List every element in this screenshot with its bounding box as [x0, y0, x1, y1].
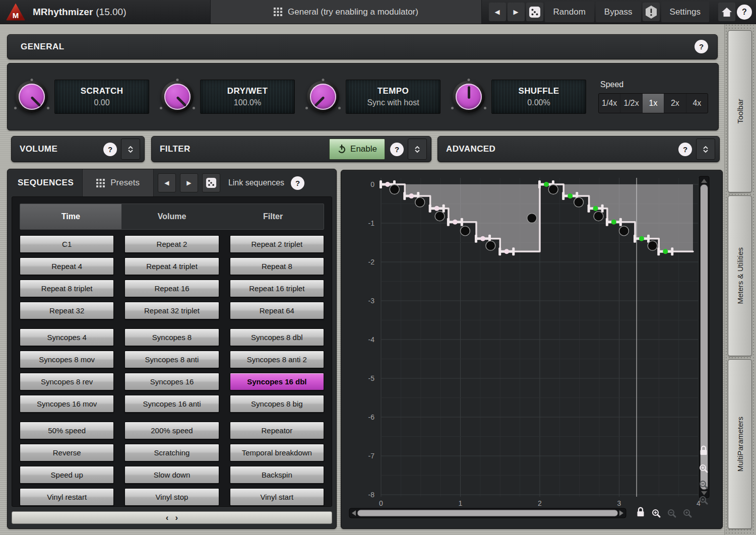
sequence-button-repeat-64[interactable]: Repeat 64 — [230, 302, 324, 319]
sequences-presets-button[interactable]: Presets — [82, 169, 154, 196]
randomize-dice-button[interactable] — [526, 3, 543, 21]
sequence-button-vinyl-restart[interactable]: Vinyl restart — [20, 488, 114, 506]
sequence-point[interactable] — [527, 213, 537, 223]
volume-collapse-button[interactable] — [121, 139, 140, 160]
advanced-section-header[interactable]: ADVANCED ? — [437, 136, 720, 162]
speed-option-4x[interactable]: 4x — [686, 94, 708, 113]
sequence-button-syncopes-8-mov[interactable]: Syncopes 8 mov — [20, 351, 114, 368]
sequence-button-c1[interactable]: C1 — [20, 235, 114, 253]
filter-section-header[interactable]: FILTER Enable ? — [151, 136, 431, 162]
sequence-button-slow-down[interactable]: Slow down — [124, 466, 219, 484]
sequence-button-50-speed[interactable]: 50% speed — [20, 422, 114, 439]
sequences-help-button[interactable]: ? — [291, 176, 304, 190]
sequence-button-repeat-2[interactable]: Repeat 2 — [124, 235, 219, 253]
settings-button[interactable]: Settings — [661, 2, 709, 22]
advanced-help-button[interactable]: ? — [678, 143, 692, 156]
general-help-button[interactable]: ? — [695, 40, 708, 53]
sequence-button-speed-up[interactable]: Speed up — [20, 466, 114, 484]
sequence-point[interactable] — [594, 212, 603, 221]
speed-option-1x[interactable]: 1x — [643, 94, 664, 113]
sequence-random-dice-button[interactable] — [202, 173, 220, 192]
sequences-hscroll[interactable]: ‹ › — [12, 511, 332, 524]
display-dry-wet[interactable]: DRY/WET100.0% — [200, 80, 295, 114]
preset-prev-button[interactable]: ◀ — [489, 3, 506, 21]
advanced-collapse-button[interactable] — [696, 139, 715, 160]
knob-tempo[interactable] — [307, 81, 339, 113]
sequence-button-repeat-4[interactable]: Repeat 4 — [20, 257, 114, 275]
sequence-button-syncopes-16-anti[interactable]: Syncopes 16 anti — [124, 395, 219, 413]
sequence-point[interactable] — [548, 185, 558, 194]
volume-section-header[interactable]: VOLUME ? — [11, 136, 145, 162]
speed-option-1-2x[interactable]: 1/2x — [620, 94, 642, 113]
tab-filter[interactable]: Filter — [222, 204, 324, 229]
warning-button[interactable] — [643, 3, 660, 21]
tab-volume[interactable]: Volume — [121, 204, 223, 229]
speed-option-1-4x[interactable]: 1/4x — [599, 94, 620, 113]
knob-shuffle[interactable] — [453, 81, 485, 113]
display-shuffle[interactable]: SHUFFLE0.00% — [491, 80, 586, 114]
sidebar-tab-toolbar[interactable]: Toolbar — [728, 30, 752, 192]
sequence-button-syncopes-8-dbl[interactable]: Syncopes 8 dbl — [230, 328, 324, 346]
link-sequences-toggle[interactable]: Link sequences — [228, 178, 284, 187]
sequence-button-vinyl-stop[interactable]: Vinyl stop — [124, 488, 219, 506]
sequence-button-reverse[interactable]: Reverse — [20, 444, 114, 461]
sequence-button-repeat-8-triplet[interactable]: Repeat 8 triplet — [20, 280, 114, 297]
sequence-button-scratching[interactable]: Scratching — [124, 444, 219, 461]
sequence-point[interactable] — [435, 212, 445, 221]
lock-icon[interactable] — [638, 508, 644, 516]
sequence-button-repeat-16-triplet[interactable]: Repeat 16 triplet — [230, 280, 324, 297]
knob-dry-wet[interactable] — [161, 81, 194, 113]
display-scratch[interactable]: SCRATCH0.00 — [54, 80, 149, 114]
sequence-point[interactable] — [460, 226, 470, 236]
sequence-button-syncopes-16[interactable]: Syncopes 16 — [124, 373, 219, 390]
sequence-button-syncopes-16-mov[interactable]: Syncopes 16 mov — [20, 395, 114, 413]
sequence-button-repeat-2-triplet[interactable]: Repeat 2 triplet — [230, 235, 324, 253]
filter-collapse-button[interactable] — [408, 139, 427, 160]
general-section-header[interactable]: GENERAL ? — [7, 34, 718, 59]
zoom-out-icon[interactable] — [668, 510, 675, 517]
sequence-button-repeat-16[interactable]: Repeat 16 — [124, 280, 219, 297]
sequence-prev-button[interactable]: ◀ — [158, 173, 176, 192]
sequence-point[interactable] — [415, 197, 425, 207]
sequence-button-repeat-4-triplet[interactable]: Repeat 4 triplet — [124, 257, 219, 275]
sequence-button-repeat-8[interactable]: Repeat 8 — [230, 257, 324, 275]
sidebar-tab-multiparameters[interactable]: MultiParameters — [728, 359, 752, 529]
sequence-button-syncopes-8[interactable]: Syncopes 8 — [124, 328, 219, 346]
sequence-point[interactable] — [574, 197, 584, 207]
zoom-in-icon[interactable] — [653, 510, 660, 517]
sequence-next-button[interactable]: ▶ — [180, 173, 198, 192]
sequence-button-syncopes-16-dbl[interactable]: Syncopes 16 dbl — [230, 373, 324, 390]
home-button[interactable] — [718, 3, 735, 21]
sequence-button-temporal-breakdown[interactable]: Temporal breakdown — [230, 444, 324, 461]
speed-option-2x[interactable]: 2x — [664, 94, 686, 113]
sequence-button-repeat-32[interactable]: Repeat 32 — [20, 302, 114, 319]
sequence-button-repeat-32-triplet[interactable]: Repeat 32 triplet — [124, 302, 219, 319]
sequence-button-repeator[interactable]: Repeator — [230, 422, 324, 439]
sequence-button-backspin[interactable]: Backspin — [230, 466, 324, 484]
knob-scratch[interactable] — [16, 81, 48, 113]
sequence-point[interactable] — [390, 185, 399, 194]
sequence-button-syncopes-8-anti[interactable]: Syncopes 8 anti — [124, 351, 219, 368]
sequence-point[interactable] — [648, 241, 657, 250]
sequence-button-vinyl-start[interactable]: Vinyl start — [230, 488, 324, 506]
display-tempo[interactable]: TEMPOSync with host — [346, 80, 440, 114]
tab-time[interactable]: Time — [20, 204, 121, 229]
chart-hscrollbar[interactable] — [349, 508, 626, 518]
sequence-point[interactable] — [486, 241, 495, 250]
sequence-button-syncopes-4[interactable]: Syncopes 4 — [20, 328, 114, 346]
chart-vscrollbar[interactable] — [699, 176, 709, 498]
filter-enable-button[interactable]: Enable — [329, 139, 385, 160]
sequence-button-200-speed[interactable]: 200% speed — [124, 422, 219, 439]
sequence-point[interactable] — [619, 226, 628, 236]
volume-help-button[interactable]: ? — [103, 143, 117, 156]
zoom-default-icon[interactable] — [684, 510, 691, 517]
sequence-button-syncopes-8-rev[interactable]: Syncopes 8 rev — [20, 373, 114, 390]
bypass-button[interactable]: Bypass — [596, 2, 641, 22]
sequence-editor-chart[interactable]: 0-1-2-3-4-5-6-7-801234 — [341, 170, 723, 529]
filter-help-button[interactable]: ? — [390, 143, 404, 156]
random-button[interactable]: Random — [545, 2, 594, 22]
preset-next-button[interactable]: ▶ — [508, 3, 525, 21]
sequence-button-syncopes-8-big[interactable]: Syncopes 8 big — [230, 395, 324, 413]
sidebar-tab-meters-utilities[interactable]: Meters & Utilities — [728, 195, 752, 356]
sequence-button-syncopes-8-anti-2[interactable]: Syncopes 8 anti 2 — [230, 351, 324, 368]
